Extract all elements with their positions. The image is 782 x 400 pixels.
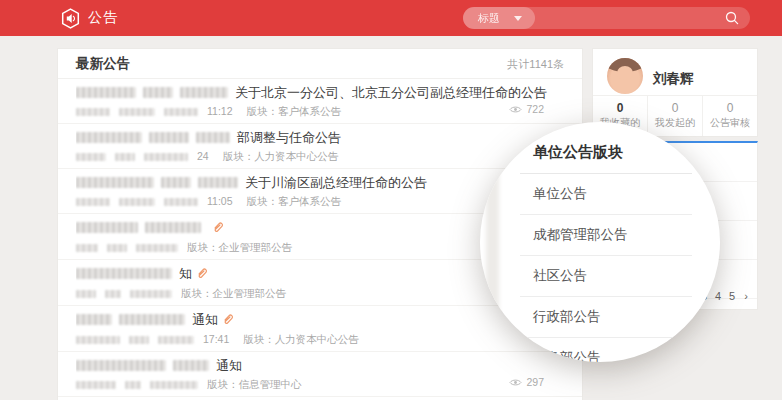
item-meta-line: 24版块：人力资本中心公告	[76, 150, 564, 162]
board-item[interactable]: 社区公告	[520, 256, 692, 297]
redacted-text	[76, 244, 98, 252]
item-title-line: 关于北京一分公司、北京五分公司副总经理任命的公告	[76, 85, 564, 101]
redacted-text	[107, 244, 127, 252]
announcement-logo-icon	[61, 8, 80, 29]
redacted-text	[76, 314, 112, 325]
total-count: 共计1141条	[507, 57, 564, 72]
redacted-text	[143, 87, 173, 98]
stat-value: 0	[593, 101, 647, 115]
redacted-text	[119, 198, 155, 206]
item-title-text: 关于川渝区副总经理任命的公告	[245, 175, 427, 190]
redacted-text	[173, 360, 209, 371]
view-count: 297	[509, 376, 544, 388]
item-board-label: 版块：人力资本中心公告	[243, 333, 359, 345]
panel-header: 最新公告 共计1141条	[58, 49, 582, 79]
redacted-text	[76, 381, 116, 389]
redacted-text	[164, 198, 198, 206]
item-title-line: 通知	[76, 358, 564, 374]
board-list-zoomed: 单位公告版块 单位公告成都管理部公告社区公告行政部公告财务部公告	[520, 134, 692, 362]
redacted-text	[144, 153, 188, 161]
item-board-label: 版块：信息管理中心	[207, 378, 302, 390]
search-filter-dropdown[interactable]: 标题	[463, 7, 535, 29]
item-board-label: 版块：人力资本中心公告	[223, 150, 339, 162]
redacted-text	[161, 177, 191, 188]
item-time: 17:41	[203, 333, 229, 345]
board-item[interactable]: 成都管理部公告	[520, 215, 692, 256]
stat-value: 0	[703, 101, 757, 115]
next-page-icon[interactable]: ›	[742, 290, 750, 302]
redacted-text	[145, 222, 201, 233]
paperclip-icon	[196, 267, 207, 279]
redacted-text	[196, 132, 230, 143]
view-count-value: 297	[526, 376, 544, 388]
board-panel-title: 单位公告版块	[520, 134, 692, 174]
redacted-text	[76, 222, 138, 233]
item-title-text: 通知	[192, 312, 218, 327]
board-item[interactable]: 行政部公告	[520, 297, 692, 338]
page-4[interactable]: 4	[714, 290, 722, 302]
redacted-text	[76, 198, 110, 206]
item-time: 11:12	[207, 105, 233, 117]
list-item[interactable]: 关于北京一分公司、北京五分公司副总经理任命的公告11:12版块：客户体系公告72…	[58, 79, 582, 124]
paperclip-icon	[222, 313, 233, 325]
paperclip-icon	[212, 221, 223, 233]
redacted-text	[125, 381, 141, 389]
stat-value: 0	[648, 101, 702, 115]
panel-title: 最新公告	[76, 55, 130, 73]
search-bar[interactable]: 标题	[463, 7, 750, 29]
attachment-icon	[196, 267, 207, 283]
redacted-text	[149, 132, 189, 143]
brand: 公告	[61, 0, 118, 36]
redacted-text	[105, 290, 121, 298]
chevron-down-icon	[514, 16, 522, 21]
item-board-label: 版块：企业管理部公告	[181, 287, 286, 299]
redacted-text	[76, 177, 154, 188]
stat-label: 我发起的	[648, 116, 702, 130]
item-time: 11:05	[207, 195, 233, 207]
attachment-icon	[212, 221, 223, 237]
item-meta-line: 版块：信息管理中心	[76, 378, 564, 390]
redacted-text	[136, 244, 178, 252]
redacted-text	[76, 336, 120, 344]
board-item[interactable]: 单位公告	[520, 174, 692, 215]
item-title-text: 知	[179, 266, 192, 281]
magnifier-lens: 单位公告版块 单位公告成都管理部公告社区公告行政部公告财务部公告	[480, 122, 720, 362]
view-count: 722	[509, 103, 544, 115]
eye-icon	[509, 105, 522, 114]
stat-公告审核[interactable]: 0公告审核	[702, 96, 757, 136]
stat-label: 公告审核	[703, 116, 757, 130]
item-board-label: 版块：客户体系公告	[247, 195, 342, 207]
app-title: 公告	[88, 9, 118, 27]
list-item[interactable]: 通知版块：信息管理中心297	[58, 352, 582, 397]
redacted-text	[76, 108, 110, 116]
stat-我发起的[interactable]: 0我发起的	[647, 96, 702, 136]
redacted-text	[119, 314, 185, 325]
item-title-line: 关于川渝区副总经理任命的公告	[76, 175, 564, 191]
search-icon[interactable]	[725, 11, 739, 29]
item-meta-line: 11:12版块：客户体系公告	[76, 105, 564, 117]
redacted-text	[180, 87, 228, 98]
redacted-text	[129, 336, 149, 344]
avatar[interactable]	[607, 58, 643, 94]
item-title-line: 通知	[76, 312, 564, 329]
item-board-label: 版块：客户体系公告	[247, 105, 342, 117]
item-title-text: 关于北京一分公司、北京五分公司副总经理任命的公告	[235, 85, 547, 100]
board-items: 单位公告成都管理部公告社区公告行政部公告财务部公告	[520, 174, 692, 362]
redacted-text	[119, 108, 155, 116]
redacted-text	[76, 290, 96, 298]
list-item[interactable]: 部调整与任命公告24版块：人力资本中心公告	[58, 124, 582, 169]
redacted-text	[198, 177, 238, 188]
page-5[interactable]: 5	[728, 290, 736, 302]
redacted-text	[76, 153, 106, 161]
item-meta-line: 17:41版块：人力资本中心公告	[76, 333, 564, 345]
redacted-text	[158, 336, 194, 344]
eye-icon	[509, 378, 522, 387]
item-title-text: 部调整与任命公告	[237, 130, 341, 145]
redacted-text	[76, 360, 166, 371]
redacted-text	[150, 381, 198, 389]
item-title-line: 部调整与任命公告	[76, 130, 564, 146]
top-header: 公告 标题	[0, 0, 782, 36]
view-count-value: 722	[526, 103, 544, 115]
item-title-text: 通知	[216, 358, 242, 373]
item-time: 24	[197, 150, 209, 162]
